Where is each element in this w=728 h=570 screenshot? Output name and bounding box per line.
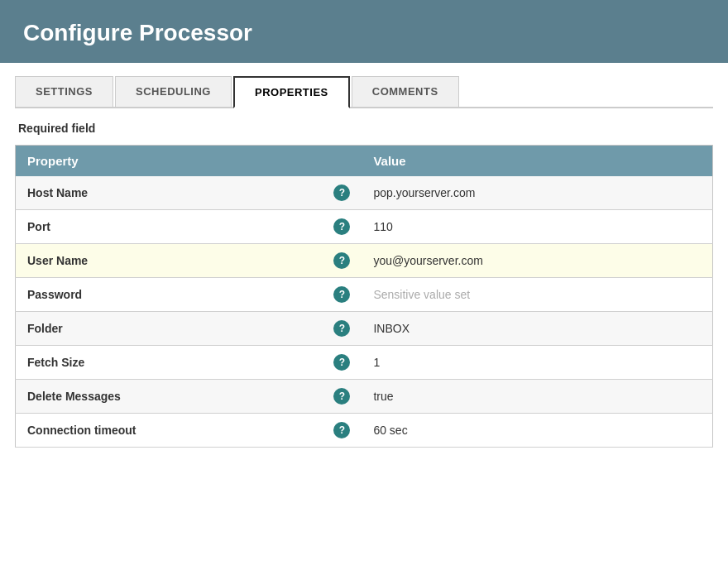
help-cell-folder: ?: [322, 312, 362, 346]
property-name-port: Port: [16, 210, 323, 244]
help-cell-user-name: ?: [322, 244, 362, 278]
column-header-value: Value: [362, 146, 712, 177]
table-row[interactable]: Password?Sensitive value set: [16, 278, 713, 312]
dialog-title: Configure Processor: [23, 20, 252, 46]
help-icon-folder[interactable]: ?: [333, 320, 350, 337]
help-cell-password: ?: [322, 278, 362, 312]
page-wrapper: Configure Processor SETTINGS SCHEDULING …: [0, 0, 728, 570]
property-name-host-name: Host Name: [16, 176, 323, 210]
property-value-connection-timeout[interactable]: 60 sec: [362, 414, 712, 448]
help-cell-delete-messages: ?: [322, 380, 362, 414]
table-row[interactable]: User Name?you@yourserver.com: [16, 244, 713, 278]
table-row[interactable]: Connection timeout?60 sec: [16, 414, 713, 448]
property-value-delete-messages[interactable]: true: [362, 380, 712, 414]
table-row[interactable]: Host Name?pop.yourserver.com: [16, 176, 713, 210]
property-value-folder[interactable]: INBOX: [362, 312, 712, 346]
property-name-folder: Folder: [16, 312, 323, 346]
help-icon-user-name[interactable]: ?: [333, 252, 350, 269]
content-area: SETTINGS SCHEDULING PROPERTIES COMMENTS …: [0, 63, 728, 464]
column-header-property: Property: [16, 146, 323, 177]
property-value-user-name[interactable]: you@yourserver.com: [362, 244, 712, 278]
help-icon-password[interactable]: ?: [333, 286, 350, 303]
help-cell-port: ?: [322, 210, 362, 244]
properties-table: Property Value Host Name?pop.yourserver.…: [15, 145, 713, 448]
help-icon-host-name[interactable]: ?: [333, 184, 350, 201]
help-icon-port[interactable]: ?: [333, 218, 350, 235]
column-header-help: [322, 146, 362, 177]
table-row[interactable]: Port?110: [16, 210, 713, 244]
help-cell-connection-timeout: ?: [322, 414, 362, 448]
tab-comments[interactable]: COMMENTS: [352, 76, 459, 107]
table-row[interactable]: Fetch Size?1: [16, 346, 713, 380]
property-name-connection-timeout: Connection timeout: [16, 414, 323, 448]
table-row[interactable]: Delete Messages?true: [16, 380, 713, 414]
tabs-container: SETTINGS SCHEDULING PROPERTIES COMMENTS: [15, 63, 713, 108]
property-name-fetch-size: Fetch Size: [16, 346, 323, 380]
property-name-user-name: User Name: [16, 244, 323, 278]
help-icon-fetch-size[interactable]: ?: [333, 354, 350, 371]
property-value-fetch-size[interactable]: 1: [362, 346, 712, 380]
property-value-host-name[interactable]: pop.yourserver.com: [362, 176, 712, 210]
dialog-header: Configure Processor: [0, 0, 728, 63]
help-cell-fetch-size: ?: [322, 346, 362, 380]
tab-scheduling[interactable]: SCHEDULING: [115, 76, 232, 107]
table-row[interactable]: Folder?INBOX: [16, 312, 713, 346]
tab-settings[interactable]: SETTINGS: [15, 76, 113, 107]
property-value-port[interactable]: 110: [362, 210, 712, 244]
tab-properties[interactable]: PROPERTIES: [233, 76, 350, 108]
help-icon-delete-messages[interactable]: ?: [333, 388, 350, 405]
help-cell-host-name: ?: [322, 176, 362, 210]
property-name-password: Password: [16, 278, 323, 312]
property-name-delete-messages: Delete Messages: [16, 380, 323, 414]
required-field-label: Required field: [15, 122, 713, 135]
property-value-password: Sensitive value set: [362, 278, 712, 312]
help-icon-connection-timeout[interactable]: ?: [333, 422, 350, 438]
table-header-row: Property Value: [16, 146, 713, 177]
